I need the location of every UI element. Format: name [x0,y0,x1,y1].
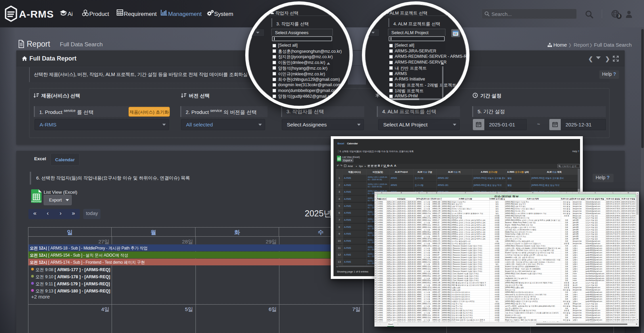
svg-text:SPREADSHEET: SPREADSHEET [31,201,42,203]
